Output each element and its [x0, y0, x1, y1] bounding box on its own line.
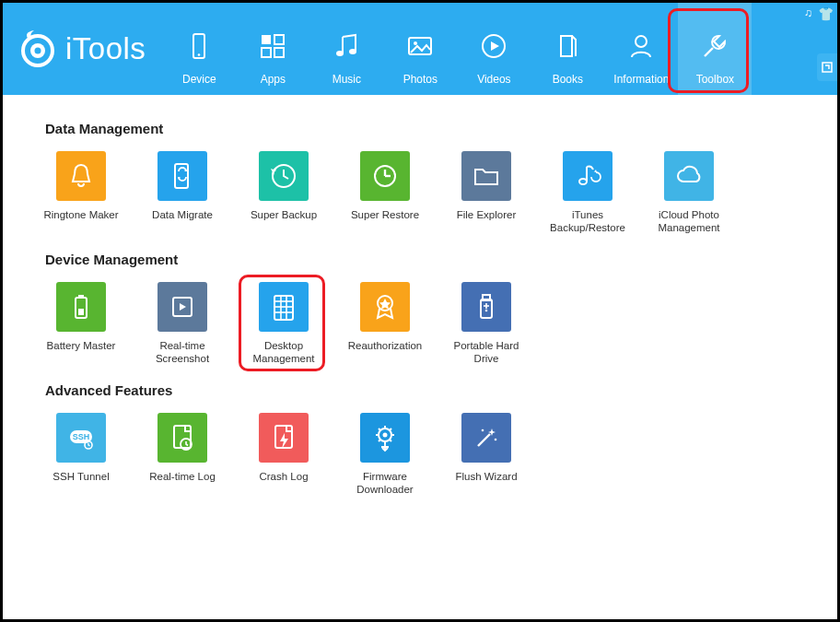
tile-crash[interactable]: Crash Log: [246, 413, 321, 497]
tile-label: Reauthorization: [348, 339, 423, 352]
tile-backup[interactable]: Super Backup: [246, 151, 321, 235]
nav-label: Apps: [261, 73, 286, 86]
tile-ssh[interactable]: SSH Tunnel: [43, 413, 119, 497]
tile-label: Desktop Management: [246, 339, 321, 366]
nav-label: Device: [182, 73, 216, 86]
device-icon: [183, 25, 215, 67]
section-grid: Ringtone MakerData MigrateSuper BackupSu…: [43, 151, 819, 235]
apps-icon: [257, 25, 288, 67]
side-expand-tab[interactable]: [817, 53, 837, 81]
section-title: Advanced Features: [45, 382, 819, 398]
ssh-icon: [56, 413, 106, 463]
phone-sync-icon: [158, 151, 207, 201]
tile-label: SSH Tunnel: [52, 470, 109, 483]
tile-label: iTunes Backup/Restore: [550, 208, 625, 235]
logo[interactable]: iTools: [3, 3, 162, 95]
tile-label: Ringtone Maker: [43, 208, 118, 221]
tile-label: Portable Hard Drive: [449, 339, 524, 366]
photos-icon: [404, 25, 436, 67]
tile-screenshot[interactable]: Real-time Screenshot: [145, 282, 220, 366]
nav-device[interactable]: Device: [162, 3, 236, 95]
nav-label: Books: [553, 73, 583, 86]
tile-flush[interactable]: Flush Wizard: [449, 413, 524, 497]
bell-icon: [56, 151, 106, 201]
page-clock-icon: [158, 413, 207, 463]
books-icon: [552, 25, 583, 67]
wand-icon: [461, 413, 511, 463]
nav-videos[interactable]: Videos: [457, 3, 531, 95]
tile-label: Real-time Log: [149, 470, 216, 483]
tile-firmware[interactable]: Firmware Downloader: [347, 413, 423, 497]
tile-label: Data Migrate: [152, 208, 213, 221]
tile-icloud[interactable]: iCloud Photo Management: [651, 151, 727, 235]
tile-label: File Explorer: [457, 208, 517, 221]
nav-books[interactable]: Books: [531, 3, 604, 95]
desktop-icon: [259, 282, 309, 332]
svg-rect-59: [822, 63, 832, 72]
tile-desktop[interactable]: Desktop Management: [246, 282, 321, 366]
videos-icon: [478, 25, 509, 67]
tile-label: Crash Log: [259, 470, 308, 483]
clock-fwd-icon: [360, 151, 410, 201]
section-grid: Battery MasterReal-time ScreenshotDeskto…: [43, 282, 819, 366]
usb-icon: [461, 282, 511, 332]
badge-icon: [360, 282, 410, 332]
app-name: iTools: [65, 31, 146, 66]
header-bar: iTools DeviceAppsMusicPhotosVideosBooksI…: [3, 3, 837, 95]
tile-reauth[interactable]: Reauthorization: [347, 282, 423, 366]
window-controls: ♫ 👕: [800, 5, 837, 23]
nav-information[interactable]: Information: [604, 3, 678, 95]
tile-label: Real-time Screenshot: [145, 339, 220, 366]
nav-label: Information: [613, 73, 669, 86]
tile-explorer[interactable]: File Explorer: [449, 151, 524, 235]
section-title: Data Management: [45, 121, 819, 136]
tile-migrate[interactable]: Data Migrate: [145, 151, 220, 235]
folder-icon: [461, 151, 511, 201]
nav-label: Videos: [477, 73, 510, 86]
note-sync-icon: [563, 151, 612, 201]
nav-label: Toolbox: [696, 73, 734, 86]
header-nav: DeviceAppsMusicPhotosVideosBooksInformat…: [162, 3, 752, 95]
tile-restore[interactable]: Super Restore: [347, 151, 423, 235]
tile-ringtone[interactable]: Ringtone Maker: [43, 151, 119, 235]
nav-music[interactable]: Music: [309, 3, 383, 95]
nav-photos[interactable]: Photos: [383, 3, 457, 95]
battery-icon: [56, 282, 106, 332]
nav-toolbox[interactable]: Toolbox: [678, 3, 752, 95]
logo-icon: [18, 29, 58, 69]
section-grid: SSH TunnelReal-time LogCrash LogFirmware…: [43, 413, 819, 497]
tile-label: iCloud Photo Management: [651, 208, 727, 235]
content-area: Data ManagementRingtone MakerData Migrat…: [3, 95, 837, 522]
clock-back-icon: [259, 151, 309, 201]
music-icon: [331, 25, 362, 67]
music-mini-icon[interactable]: ♫: [804, 6, 812, 21]
tile-rtlog[interactable]: Real-time Log: [145, 413, 220, 497]
tile-label: Firmware Downloader: [347, 470, 423, 497]
section-title: Device Management: [45, 252, 819, 267]
toolbox-icon: [699, 25, 730, 67]
nav-apps[interactable]: Apps: [236, 3, 309, 95]
tile-label: Flush Wizard: [455, 470, 517, 483]
tile-label: Super Restore: [351, 208, 419, 221]
shirt-icon[interactable]: 👕: [818, 6, 834, 21]
gear-down-icon: [360, 413, 410, 463]
nav-label: Music: [332, 73, 361, 86]
screenshot-icon: [158, 282, 207, 332]
tile-label: Super Backup: [251, 208, 317, 221]
tile-portable[interactable]: Portable Hard Drive: [449, 282, 524, 366]
tile-label: Battery Master: [47, 339, 116, 352]
information-icon: [625, 25, 657, 67]
app-window: iTools DeviceAppsMusicPhotosVideosBooksI…: [3, 3, 837, 619]
page-bolt-icon: [259, 413, 309, 463]
cloud-icon: [664, 151, 714, 201]
tile-itunes[interactable]: iTunes Backup/Restore: [550, 151, 625, 235]
nav-label: Photos: [403, 73, 438, 86]
tile-battery[interactable]: Battery Master: [43, 282, 119, 366]
